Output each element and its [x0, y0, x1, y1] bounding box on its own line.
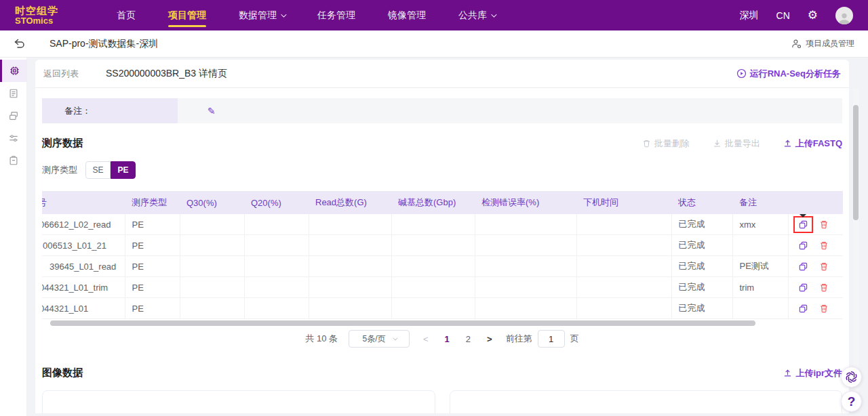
play-circle-icon: [736, 68, 747, 79]
navbar-right: 深圳 CN ⚙: [740, 7, 853, 24]
copy-icon: [798, 283, 808, 293]
batch-export-button[interactable]: 批量导出: [713, 138, 760, 150]
batch-delete-button[interactable]: 批量删除: [642, 138, 690, 150]
horizontal-scrollbar[interactable]: [50, 320, 755, 326]
upload-icon: [783, 369, 792, 377]
copy-icon: [798, 241, 808, 251]
status-text: 已完成: [671, 256, 732, 277]
prev-page-button[interactable]: <: [420, 334, 431, 344]
copy-button[interactable]: [798, 262, 808, 272]
copy-button[interactable]: [798, 283, 808, 293]
delete-row-button[interactable]: [819, 304, 829, 313]
region-selector[interactable]: 深圳: [740, 9, 759, 22]
chevron-down-icon: [393, 335, 397, 340]
image-card-left: [42, 390, 435, 413]
col-name: 号: [42, 196, 47, 209]
delete-row-button[interactable]: [819, 283, 829, 292]
table-row: 044321_L01 PE 已完成: [42, 298, 843, 319]
openai-logo-icon: [844, 370, 859, 384]
delete-row-button[interactable]: [819, 262, 829, 271]
total-count: 共 10 条: [305, 333, 338, 345]
status-text: 已完成: [671, 235, 732, 256]
sequencing-section-header: 测序数据 批量删除 批量导出: [42, 137, 842, 150]
logo[interactable]: 时空组学 STOmics: [15, 5, 58, 25]
copy-button[interactable]: [798, 241, 808, 251]
run-rnaseq-task-button[interactable]: 运行RNA-Seq分析任务: [736, 68, 841, 80]
col-bases: 碱基总数(Gbp): [391, 191, 475, 214]
copy-icon: [798, 220, 808, 230]
question-mark-icon: ?: [848, 394, 856, 409]
detail-header: 返回列表 SS200000003BR_B3 详情页 运行RNA-Seq分析任务: [35, 60, 849, 88]
nav-item-home[interactable]: 首页: [100, 0, 152, 30]
back-arrow-icon: [14, 39, 25, 49]
copy-button[interactable]: [798, 220, 808, 230]
vertical-scrollbar-thumb[interactable]: [853, 105, 859, 220]
table-row: 066612_L02_read PE 已完成 xmx: [42, 214, 843, 235]
delete-row-button[interactable]: [819, 241, 829, 250]
sidebar-item-document[interactable]: [0, 82, 27, 104]
remark-value: ✎: [178, 98, 842, 123]
type-option-se[interactable]: SE: [85, 161, 111, 179]
project-members-link[interactable]: 项目成员管理: [791, 38, 854, 49]
back-button[interactable]: [14, 39, 25, 49]
nav-item-image-mgmt[interactable]: 镜像管理: [372, 0, 442, 30]
table-row: 006513_L01_21 PE 已完成: [42, 235, 843, 256]
image-title: 图像数据: [42, 367, 83, 379]
avatar[interactable]: [835, 7, 853, 24]
type-label: 测序类型: [42, 164, 77, 176]
logo-line1: 时空组学: [15, 5, 58, 16]
image-card-right: [450, 390, 843, 413]
page-size-select[interactable]: 5条/页: [349, 330, 410, 348]
trash-icon: [819, 283, 829, 292]
layers-icon: [8, 110, 19, 121]
upload-fastq-button[interactable]: 上传FASTQ: [783, 138, 842, 150]
pagination: 共 10 条 5条/页 < 1 2 > 前往第 页: [35, 330, 849, 348]
back-to-list-link[interactable]: 返回列表: [43, 68, 79, 80]
file-name: 066612_L02_read: [42, 220, 111, 230]
status-text: 已完成: [671, 277, 732, 298]
col-q30: Q30(%): [180, 191, 244, 214]
sidebar-item-chip[interactable]: [0, 60, 27, 82]
delete-row-button[interactable]: [819, 220, 829, 229]
page-number-1[interactable]: 1: [442, 334, 452, 344]
remark-row: 备注： ✎: [42, 98, 842, 123]
file-name: 044321_L01_trim: [42, 283, 108, 293]
remark-label: 备注：: [42, 98, 178, 123]
trash-icon: [819, 304, 829, 313]
sequencing-title: 测序数据: [42, 137, 83, 150]
table-row: 39645_L01_read PE 已完成 PE测试: [42, 256, 843, 277]
vertical-scrollbar-track: [853, 88, 859, 407]
edit-pencil-icon[interactable]: ✎: [203, 105, 220, 117]
next-page-button[interactable]: >: [484, 334, 495, 344]
col-actions: [788, 191, 843, 214]
table-header-row: 号 测序类型 Q30(%) Q20(%) Read总数(G) 碱基总数(Gbp)…: [42, 191, 843, 214]
help-widget[interactable]: ?: [841, 391, 862, 412]
status-text: 已完成: [671, 298, 732, 319]
type-option-pe[interactable]: PE: [111, 161, 136, 179]
openai-logo-widget[interactable]: [841, 367, 862, 388]
language-selector[interactable]: CN: [776, 10, 790, 21]
sidebar-item-layers[interactable]: [0, 104, 27, 127]
trash-icon: [819, 241, 829, 250]
nav-item-task-mgmt[interactable]: 任务管理: [301, 0, 372, 30]
gear-icon[interactable]: ⚙: [808, 9, 818, 21]
nav-item-project-mgmt[interactable]: 项目管理: [152, 0, 222, 30]
upload-icon: [783, 139, 792, 148]
top-navbar: 时空组学 STOmics 首页 项目管理 数据管理 任务管理 镜像管理 公共库 …: [0, 0, 868, 30]
nav-item-public-library[interactable]: 公共库: [442, 0, 511, 30]
col-seq-type: 测序类型: [125, 191, 180, 214]
main-card: 返回列表 SS200000003BR_B3 详情页 运行RNA-Seq分析任务 …: [35, 60, 849, 413]
goto-prefix: 前往第: [506, 333, 532, 345]
table-row: 044321_L01_trim PE 已完成 trim: [42, 277, 843, 298]
upload-ipr-button[interactable]: 上传ipr文件: [783, 367, 842, 379]
sidebar-item-clipboard[interactable]: [0, 149, 27, 171]
col-remark: 备注: [732, 191, 788, 214]
copy-button[interactable]: [798, 304, 808, 314]
page-number-2[interactable]: 2: [463, 334, 473, 344]
goto-page-input[interactable]: [538, 330, 565, 348]
sidebar-item-sliders[interactable]: [0, 127, 27, 149]
file-name: 006513_L01_21: [43, 241, 106, 251]
col-q20: Q20(%): [244, 191, 309, 214]
col-status: 状态: [671, 191, 732, 214]
nav-item-data-mgmt[interactable]: 数据管理: [222, 0, 301, 30]
